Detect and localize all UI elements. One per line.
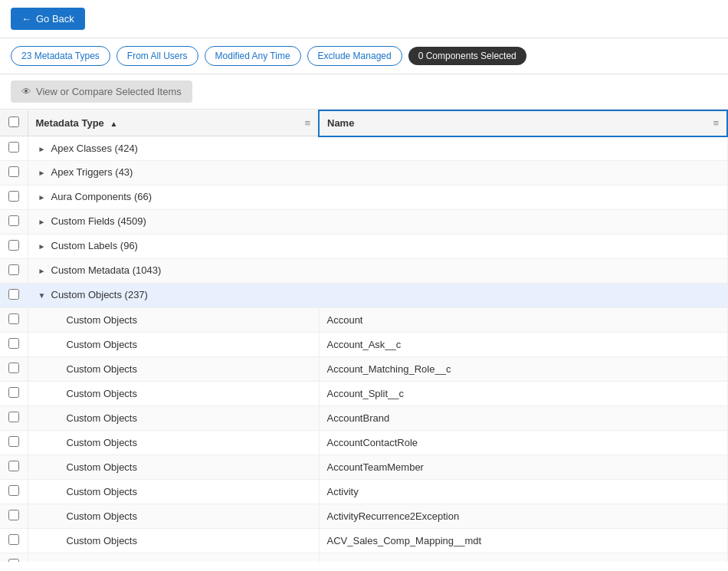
row-checkbox[interactable]: [8, 313, 19, 324]
view-compare-button[interactable]: 👁 View or Compare Selected Items: [11, 80, 192, 103]
row-checkbox-cell: [0, 406, 28, 431]
row-checkbox[interactable]: [8, 534, 19, 545]
group-metadata-cell: ►Aura Components (66): [28, 185, 727, 210]
row-name: Account_Matching_Role__c: [319, 357, 727, 382]
table-row: Custom ObjectsAccountBrand: [0, 406, 727, 431]
expand-icon[interactable]: ►: [36, 192, 48, 204]
row-checkbox-cell: [0, 382, 28, 406]
group-row: ▼Custom Objects (237): [0, 284, 727, 308]
row-checkbox[interactable]: [8, 142, 19, 153]
group-label: Apex Classes (424): [51, 143, 138, 154]
row-checkbox-cell: [0, 480, 28, 504]
row-checkbox-cell: [0, 529, 28, 553]
row-name: ActivityRecurrence2Exception: [319, 504, 727, 529]
row-metadata-type: Custom Objects: [28, 357, 319, 382]
row-name: AccountBrand: [319, 406, 727, 431]
components-selected-badge: 0 Components Selected: [408, 47, 526, 65]
row-checkbox-cell: [0, 308, 28, 333]
expand-icon[interactable]: ►: [36, 216, 48, 228]
row-checkbox-cell: [0, 431, 28, 455]
row-checkbox-cell: [0, 284, 28, 308]
expand-icon[interactable]: ▼: [36, 290, 48, 302]
row-checkbox-cell: [0, 185, 28, 210]
group-metadata-cell: ►Apex Classes (424): [28, 136, 727, 161]
row-checkbox-cell: [0, 333, 28, 357]
arrow-left-icon: ←: [21, 13, 31, 25]
from-all-users-filter[interactable]: From All Users: [116, 46, 198, 66]
metadata-types-label: 23 Metadata Types: [21, 51, 100, 61]
row-checkbox-cell: [0, 235, 28, 259]
row-metadata-type: Custom Objects: [28, 529, 319, 553]
row-checkbox[interactable]: [8, 191, 19, 202]
row-metadata-type: Custom Objects: [28, 382, 319, 406]
expand-icon[interactable]: ►: [36, 167, 48, 179]
row-checkbox[interactable]: [8, 264, 19, 275]
row-checkbox-cell: [0, 357, 28, 382]
row-checkbox[interactable]: [8, 363, 19, 373]
metadata-types-filter[interactable]: 23 Metadata Types: [11, 46, 110, 66]
row-checkbox[interactable]: [8, 412, 19, 422]
modified-any-time-label: Modified Any Time: [215, 51, 290, 61]
metadata-type-menu-icon[interactable]: ≡: [304, 117, 310, 129]
row-checkbox-cell: [0, 259, 28, 284]
row-metadata-type: Custom Objects: [28, 333, 319, 357]
row-checkbox[interactable]: [8, 559, 19, 562]
expand-icon[interactable]: ►: [36, 143, 48, 155]
exclude-managed-label: Exclude Managed: [318, 51, 392, 61]
row-name: Activity: [319, 480, 727, 504]
row-checkbox[interactable]: [8, 215, 19, 226]
name-header-label: Name: [327, 117, 354, 129]
group-label: Apex Triggers (43): [51, 166, 133, 178]
table-row: Custom ObjectsActivity: [0, 480, 727, 504]
go-back-button[interactable]: ← Go Back: [11, 8, 85, 30]
row-checkbox[interactable]: [8, 166, 19, 177]
group-label: Custom Objects (237): [51, 289, 148, 300]
group-label: Custom Metadata (1043): [51, 264, 162, 276]
row-checkbox-cell: [0, 136, 28, 161]
row-checkbox[interactable]: [8, 461, 19, 471]
row-metadata-type: Custom Objects: [28, 406, 319, 431]
row-checkbox[interactable]: [8, 485, 19, 496]
action-bar: 👁 View or Compare Selected Items: [0, 74, 728, 110]
row-checkbox[interactable]: [8, 338, 19, 349]
row-checkbox-cell: [0, 504, 28, 529]
table-row: Custom ObjectsAccount_Split__c: [0, 382, 727, 406]
row-metadata-type: Custom Objects: [28, 308, 319, 333]
row-checkbox-cell: [0, 210, 28, 235]
row-checkbox-cell: [0, 455, 28, 480]
row-checkbox[interactable]: [8, 436, 19, 447]
row-checkbox-cell: [0, 553, 28, 563]
row-checkbox[interactable]: [8, 510, 19, 520]
top-bar: ← Go Back: [0, 0, 728, 38]
table-row: Custom ObjectsAgreementActivationSetting…: [0, 553, 727, 563]
select-all-checkbox[interactable]: [8, 116, 19, 127]
expand-icon[interactable]: ►: [36, 241, 48, 253]
row-checkbox[interactable]: [8, 289, 19, 300]
row-name: AccountTeamMember: [319, 455, 727, 480]
row-name: ACV_Sales_Comp_Mapping__mdt: [319, 529, 727, 553]
group-label: Custom Fields (4509): [51, 215, 146, 227]
name-menu-icon[interactable]: ≡: [713, 117, 719, 129]
table-row: Custom ObjectsAccount_Ask__c: [0, 333, 727, 357]
row-metadata-type: Custom Objects: [28, 480, 319, 504]
components-selected-label: 0 Components Selected: [418, 51, 516, 61]
table-row: Custom ObjectsACV_Sales_Comp_Mapping__md…: [0, 529, 727, 553]
exclude-managed-filter[interactable]: Exclude Managed: [307, 46, 402, 66]
table-row: Custom ObjectsAccount_Matching_Role__c: [0, 357, 727, 382]
sort-icon: ▲: [110, 120, 117, 128]
metadata-type-header: Metadata Type ▲ ≡: [28, 110, 319, 136]
row-checkbox[interactable]: [8, 387, 19, 398]
go-back-label: Go Back: [36, 13, 74, 25]
row-metadata-type: Custom Objects: [28, 431, 319, 455]
from-all-users-label: From All Users: [127, 51, 188, 61]
row-checkbox[interactable]: [8, 240, 19, 251]
group-metadata-cell: ►Custom Metadata (1043): [28, 259, 727, 284]
table-row: Custom ObjectsAccountContactRole: [0, 431, 727, 455]
group-row: ►Apex Classes (424): [0, 136, 727, 161]
filter-bar: 23 Metadata Types From All Users Modifie…: [0, 38, 728, 74]
expand-icon[interactable]: ►: [36, 265, 48, 277]
group-metadata-cell: ►Custom Fields (4509): [28, 210, 727, 235]
table-row: Custom ObjectsAccountTeamMember: [0, 455, 727, 480]
row-name: AgreementActivationSetting__mdt: [319, 553, 727, 563]
modified-any-time-filter[interactable]: Modified Any Time: [205, 46, 301, 66]
